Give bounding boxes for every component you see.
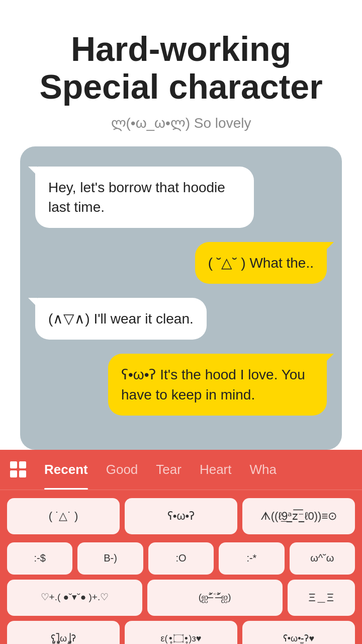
grid-dot-4 bbox=[19, 470, 26, 477]
grid-dot-2 bbox=[19, 461, 26, 468]
message-row-1: Hey, let's borrow that hoodie last time. bbox=[35, 167, 327, 228]
message-row-4: ʕ•ω•ʔ It's the hood I love. You have to … bbox=[35, 354, 327, 415]
emoji-btn-7[interactable]: :-* bbox=[219, 542, 284, 575]
emoji-btn-12[interactable]: ʕ̡̢̡⎤̡̢̡ω⎦̡̢̡ʔ bbox=[7, 621, 120, 644]
chat-container: Hey, let's borrow that hoodie last time.… bbox=[20, 146, 342, 450]
grid-icon bbox=[10, 461, 26, 477]
emoji-btn-11[interactable]: Ξ＿Ξ bbox=[288, 580, 355, 616]
emoji-btn-1[interactable]: ( ˙△˙ ) bbox=[7, 498, 120, 534]
title-line1: Hard-working bbox=[71, 30, 291, 68]
tab-good[interactable]: Good bbox=[97, 450, 147, 490]
emoji-btn-4[interactable]: :-$ bbox=[7, 542, 72, 575]
app-title: Hard-working Special character bbox=[20, 30, 342, 106]
header-subtitle: ლ(•ω_ω•ლ) So lovely bbox=[20, 115, 342, 131]
message-row-3: (∧▽∧) I'll wear it clean. bbox=[35, 298, 327, 340]
title-line2: Special character bbox=[39, 67, 322, 106]
grid-tab-icon[interactable] bbox=[10, 461, 26, 477]
emoji-btn-8[interactable]: ω^˘ω bbox=[290, 542, 355, 575]
emoji-grid-row1: ( ˙△˙ ) ʕ•ω•ʔ ᗑ((ℓ9̲ᵃ̲z͞⁻̲ℓ0))≡⊙ bbox=[0, 490, 362, 542]
emoji-btn-14[interactable]: ʕ•ω•-̫ʔ♥ bbox=[242, 621, 355, 644]
emoji-btn-10[interactable]: (ஐ˃̶᷄˂˃̶᷄ஐ) bbox=[147, 580, 283, 616]
header-section: Hard-working Special character ლ(•ω_ω•ლ)… bbox=[0, 0, 362, 146]
emoji-grid-row2: :-$ B-) :O :-* ω^˘ω bbox=[0, 542, 362, 580]
message-row-2: ( ˘△˘ ) What the.. bbox=[35, 242, 327, 284]
tab-recent[interactable]: Recent bbox=[35, 450, 97, 490]
emoji-btn-9[interactable]: ♡+.( ●˘▾˘● )+.♡ bbox=[7, 580, 142, 616]
grid-dot-1 bbox=[10, 461, 17, 468]
tab-tear[interactable]: Tear bbox=[147, 450, 191, 490]
emoji-grid-row4: ʕ̡̢̡⎤̡̢̡ω⎦̡̢̡ʔ ε(•̥۝•̥)з♥ ʕ•ω•-̫ʔ♥ bbox=[0, 621, 362, 644]
emoji-btn-6[interactable]: :O bbox=[148, 542, 214, 575]
tab-what[interactable]: Wha bbox=[240, 450, 285, 490]
chat-bubble-right-2: ( ˘△˘ ) What the.. bbox=[195, 242, 327, 284]
keyboard-area: Recent Good Tear Heart Wha ( ˙△˙ ) ʕ•ω•ʔ… bbox=[0, 450, 362, 644]
chat-bubble-left-1: Hey, let's borrow that hoodie last time. bbox=[35, 167, 254, 228]
chat-bubble-right-4: ʕ•ω•ʔ It's the hood I love. You have to … bbox=[108, 354, 327, 415]
tab-heart[interactable]: Heart bbox=[191, 450, 241, 490]
tab-bar: Recent Good Tear Heart Wha bbox=[0, 450, 362, 490]
chat-bubble-left-3: (∧▽∧) I'll wear it clean. bbox=[35, 298, 207, 340]
emoji-grid-row3: ♡+.( ●˘▾˘● )+.♡ (ஐ˃̶᷄˂˃̶᷄ஐ) Ξ＿Ξ bbox=[0, 580, 362, 621]
emoji-btn-3[interactable]: ᗑ((ℓ9̲ᵃ̲z͞⁻̲ℓ0))≡⊙ bbox=[242, 498, 355, 534]
emoji-btn-5[interactable]: B-) bbox=[77, 542, 143, 575]
emoji-btn-2[interactable]: ʕ•ω•ʔ bbox=[125, 498, 237, 534]
grid-dot-3 bbox=[10, 470, 17, 477]
emoji-btn-13[interactable]: ε(•̥۝•̥)з♥ bbox=[125, 621, 237, 644]
